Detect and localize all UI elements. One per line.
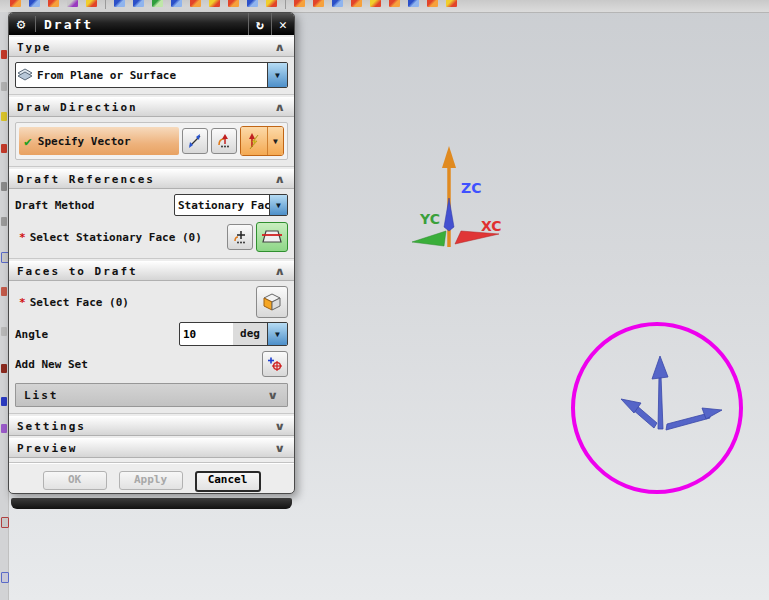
toolbar-icon-fragment <box>29 0 40 7</box>
select-face-label: Select Face (0) <box>30 296 129 309</box>
toolbar-icon-fragment <box>1 82 7 91</box>
reset-icon[interactable]: ↻ <box>248 13 271 35</box>
direction-handle-arrows[interactable] <box>621 356 722 430</box>
inferred-vector-button[interactable] <box>211 128 237 154</box>
specify-vector-row[interactable]: ✔ Specify Vector <box>19 127 179 155</box>
toolbar-icon-fragment <box>351 0 362 7</box>
toolbar-icon-fragment <box>86 0 97 7</box>
section-label: Faces to Draft <box>17 265 138 278</box>
toolbar-icon-fragment <box>114 0 125 7</box>
toolbar-icon-fragment <box>1 182 7 191</box>
toolbar-icon-fragment <box>1 364 7 373</box>
toolbar-icon-fragment <box>1 112 7 121</box>
dialog-resize-grip[interactable] <box>11 498 292 509</box>
section-label: Preview <box>17 442 77 455</box>
toolbar-icon-fragment <box>1 327 7 336</box>
toolbar-icon-fragment <box>446 0 457 7</box>
list-expander[interactable]: List ∨ <box>15 383 288 407</box>
section-header-faces-to-draft[interactable]: Faces to Draft ∧ <box>9 261 294 281</box>
specify-vector-label: Specify Vector <box>38 135 131 148</box>
section-label: Draw Direction <box>17 101 138 114</box>
chevron-down-icon: ∨ <box>275 442 288 455</box>
vector-dialog-icon <box>187 133 203 149</box>
angle-unit: deg <box>233 323 267 345</box>
toolbar-icon-fragment <box>1 517 9 528</box>
toolbar-icon-fragment <box>1 217 7 226</box>
draft-references-section-body: Draft Method Stationary Fac ▼ *Select St… <box>9 189 294 259</box>
chevron-up-icon: ∧ <box>275 101 288 114</box>
dropdown-arrow-icon[interactable]: ▼ <box>269 195 287 215</box>
ok-button[interactable]: OK <box>43 471 107 490</box>
vector-dialog-button[interactable] <box>182 128 208 154</box>
angle-options-arrow-icon[interactable]: ▼ <box>267 323 287 345</box>
highlight-circle <box>573 324 741 492</box>
toolbar-icon-fragment <box>389 0 400 7</box>
cancel-button[interactable]: Cancel <box>195 471 261 492</box>
draft-direction-preview[interactable] <box>573 324 741 492</box>
toolbar-icon-fragment <box>247 0 258 7</box>
dialog-title: Draft <box>36 17 248 32</box>
chevron-down-icon: ∨ <box>275 420 288 433</box>
add-new-set-button[interactable] <box>262 351 288 377</box>
toolbar-icon-fragment <box>1 424 7 433</box>
section-header-type[interactable]: Type ∧ <box>9 37 294 57</box>
toolbar-icon-fragment <box>67 0 78 7</box>
vector-constructor-splitbutton[interactable]: ▼ <box>240 126 284 156</box>
toolbar-icon-fragment <box>171 0 182 7</box>
toolbar-icon-fragment <box>1 50 7 59</box>
section-header-draft-references[interactable]: Draft References ∧ <box>9 169 294 189</box>
section-header-preview[interactable]: Preview ∨ <box>9 438 294 458</box>
toolbar-icon-fragment <box>1 144 7 153</box>
toolbar-icon-fragment <box>332 0 343 7</box>
draft-dialog: ⚙ Draft ↻ ✕ Type ∧ From Plane or Surface… <box>8 12 295 494</box>
draw-direction-section-body: ✔ Specify Vector <box>9 117 294 167</box>
section-header-draw-direction[interactable]: Draw Direction ∧ <box>9 97 294 117</box>
list-label: List <box>24 389 59 402</box>
gear-icon[interactable]: ⚙ <box>9 16 36 32</box>
wcs-z-label: ZC <box>461 180 481 196</box>
close-icon[interactable]: ✕ <box>271 13 294 35</box>
dialog-titlebar[interactable]: ⚙ Draft ↻ ✕ <box>9 13 294 35</box>
toolbar-icon-fragment <box>294 0 305 7</box>
toolbar-icon-fragment <box>152 0 163 7</box>
toolbar-separator <box>105 0 106 9</box>
type-dropdown[interactable]: From Plane or Surface ▼ <box>15 62 288 88</box>
select-stationary-face-label: Select Stationary Face (0) <box>30 231 202 244</box>
wcs-x-label: XC <box>481 218 502 234</box>
angle-field-group: deg ▼ <box>179 322 288 346</box>
add-set-icon <box>267 356 283 372</box>
chevron-up-icon: ∧ <box>275 41 288 54</box>
wcs-triad[interactable]: ZC YC XC <box>412 146 502 247</box>
draft-method-dropdown[interactable]: Stationary Fac ▼ <box>174 194 288 216</box>
apply-button[interactable]: Apply <box>119 471 183 490</box>
toolbar-icon-fragment <box>133 0 144 7</box>
type-value: From Plane or Surface <box>34 69 267 82</box>
stationary-face-icon <box>261 228 283 246</box>
face-cube-icon <box>262 292 282 312</box>
select-face-button[interactable] <box>256 286 288 318</box>
chevron-down-icon: ∨ <box>268 389 281 402</box>
stationary-face-button[interactable] <box>256 222 288 252</box>
wcs-y-label: YC <box>419 211 440 227</box>
dropdown-arrow-icon[interactable]: ▼ <box>268 127 283 155</box>
toolbar-icon-fragment <box>1 287 7 296</box>
point-dialog-button[interactable] <box>227 224 253 250</box>
toolbar-icon-fragment <box>48 0 59 7</box>
toolbar-icon-fragment <box>190 0 201 7</box>
plus-dialog-icon <box>232 229 248 245</box>
chevron-up-icon: ∧ <box>275 265 288 278</box>
required-icon: * <box>19 231 26 244</box>
lightning-vector-icon <box>246 132 262 150</box>
toolbar-icon-fragment <box>209 0 220 7</box>
section-header-settings[interactable]: Settings ∨ <box>9 416 294 436</box>
section-label: Draft References <box>17 173 155 186</box>
draft-method-label: Draft Method <box>15 199 94 212</box>
chevron-up-icon: ∧ <box>275 173 288 186</box>
angle-input[interactable] <box>180 324 233 344</box>
dropdown-arrow-icon[interactable]: ▼ <box>267 63 287 87</box>
angle-label: Angle <box>15 328 48 341</box>
toolbar-icon-fragment <box>408 0 419 7</box>
section-label: Settings <box>17 420 86 433</box>
toolbar-icon-fragment <box>266 0 277 7</box>
required-icon: * <box>19 296 26 309</box>
